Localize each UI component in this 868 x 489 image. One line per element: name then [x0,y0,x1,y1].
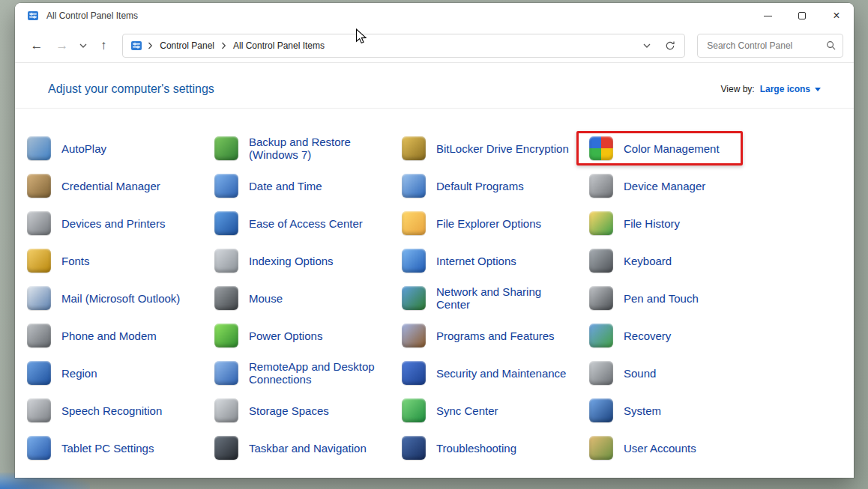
control-panel-item-tablet-pc-settings[interactable]: Tablet PC Settings [27,429,214,467]
recovery-icon [589,324,613,347]
ease-of-access-center-icon [214,211,238,235]
address-bar[interactable]: Control Panel All Control Panel Items [122,34,685,58]
control-panel-item-recovery[interactable]: Recovery [589,317,777,354]
control-panel-item-sound[interactable]: Sound [589,354,777,392]
taskbar-and-navigation-icon [214,436,238,460]
mouse-icon [214,286,238,310]
sound-icon [589,361,613,385]
item-label: Phone and Modem [61,329,157,342]
view-by-dropdown[interactable]: Large icons [760,84,821,94]
control-panel-item-security-and-maintenance[interactable]: Security and Maintenance [402,354,589,392]
item-label: Color Management [624,142,720,155]
item-label: Device Manager [624,180,705,192]
keyboard-icon [589,249,613,273]
view-by-label: View by: [721,84,755,94]
control-panel-item-pen-and-touch[interactable]: Pen and Touch [589,279,777,317]
item-label: Fonts [61,255,90,267]
autoplay-icon [27,136,51,160]
up-button[interactable]: ↑ [92,34,115,57]
item-label: Storage Spaces [249,404,329,417]
back-button[interactable]: ← [25,34,48,57]
date-and-time-icon [214,174,238,198]
control-panel-item-default-programs[interactable]: Default Programs [402,167,589,204]
item-label: Credential Manager [61,180,160,192]
caret-down-icon [815,88,821,91]
item-label: Programs and Features [436,329,555,342]
minimize-button[interactable] [750,3,785,28]
close-button[interactable]: × [819,3,854,28]
control-panel-item-file-explorer-options[interactable]: File Explorer Options [402,204,589,242]
refresh-icon [665,40,675,51]
control-panel-item-power-options[interactable]: Power Options [214,317,402,354]
control-panel-item-phone-and-modem[interactable]: Phone and Modem [27,317,214,354]
control-panel-item-network-and-sharing-center[interactable]: Network and Sharing Center [402,279,589,317]
address-dropdown-button[interactable] [637,36,657,55]
control-panel-item-troubleshooting[interactable]: Troubleshooting [402,429,589,467]
fonts-icon [27,249,51,273]
maximize-button[interactable] [785,3,819,28]
control-panel-item-mouse[interactable]: Mouse [214,279,402,317]
breadcrumb-control-panel[interactable]: Control Panel [157,37,217,54]
item-label: Region [61,367,97,380]
control-panel-item-sync-center[interactable]: Sync Center [402,392,589,429]
speech-recognition-icon [27,398,51,422]
sync-center-icon [402,398,426,422]
item-label: User Accounts [624,442,696,455]
control-panel-item-internet-options[interactable]: Internet Options [402,242,589,279]
control-panel-item-autoplay[interactable]: AutoPlay [27,130,214,167]
programs-and-features-icon [402,324,426,347]
control-panel-item-user-accounts[interactable]: User Accounts [589,429,777,467]
item-label: Backup and Restore (Windows 7) [249,136,376,161]
control-panel-app-icon [27,10,39,22]
item-label: Internet Options [436,255,516,267]
page-header: Adjust your computer's settings View by:… [15,63,854,108]
item-label: System [624,404,661,417]
credential-manager-icon [27,174,51,198]
control-panel-item-devices-and-printers[interactable]: Devices and Printers [27,204,214,242]
control-panel-item-ease-of-access-center[interactable]: Ease of Access Center [214,204,402,242]
control-panel-item-bitlocker-drive-encryption[interactable]: BitLocker Drive Encryption [402,130,589,167]
item-label: Default Programs [436,180,524,192]
control-panel-item-system[interactable]: System [589,392,777,429]
troubleshooting-icon [402,436,426,460]
control-panel-item-credential-manager[interactable]: Credential Manager [27,167,214,204]
refresh-button[interactable] [660,36,680,55]
item-label: Security and Maintenance [436,367,566,380]
control-panel-item-device-manager[interactable]: Device Manager [589,167,777,204]
item-label: Ease of Access Center [249,217,363,230]
control-panel-item-fonts[interactable]: Fonts [27,242,214,279]
control-panel-item-file-history[interactable]: File History [589,204,777,242]
control-panel-item-mail-microsoft-outlook[interactable]: Mail (Microsoft Outlook) [27,279,214,317]
control-panel-item-color-management[interactable]: Color Management [589,130,777,167]
control-panel-item-date-and-time[interactable]: Date and Time [214,167,402,204]
power-options-icon [214,324,238,347]
bitlocker-drive-encryption-icon [402,136,426,160]
search-input[interactable] [707,40,826,51]
item-label: Power Options [249,329,322,342]
control-panel-item-speech-recognition[interactable]: Speech Recognition [27,392,214,429]
backup-and-restore-icon [214,136,238,160]
item-label: File History [624,217,680,230]
control-panel-item-backup-and-restore-windows-7[interactable]: Backup and Restore (Windows 7) [214,130,402,167]
breadcrumb-all-control-panel-items[interactable]: All Control Panel Items [230,37,328,54]
item-label: Taskbar and Navigation [249,442,367,455]
control-panel-item-indexing-options[interactable]: Indexing Options [214,242,402,279]
phone-and-modem-icon [27,324,51,347]
item-label: Mail (Microsoft Outlook) [61,292,180,305]
default-programs-icon [402,174,426,198]
control-panel-item-taskbar-and-navigation[interactable]: Taskbar and Navigation [214,429,402,467]
control-panel-item-programs-and-features[interactable]: Programs and Features [402,317,589,354]
minimize-icon [764,16,772,16]
forward-button[interactable]: → [51,34,73,57]
region-icon [27,361,51,385]
control-panel-item-storage-spaces[interactable]: Storage Spaces [214,392,402,429]
control-panel-item-remoteapp-and-desktop-connections[interactable]: RemoteApp and Desktop Connections [214,354,402,392]
control-panel-item-keyboard[interactable]: Keyboard [589,242,777,279]
item-label: Keyboard [624,255,672,267]
remoteapp-and-desktop-connections-icon [214,361,238,385]
item-label: Devices and Printers [61,217,165,230]
item-label: Sound [624,367,656,380]
item-label: Date and Time [249,180,322,192]
control-panel-item-region[interactable]: Region [27,354,214,392]
recent-locations-button[interactable] [76,34,90,57]
